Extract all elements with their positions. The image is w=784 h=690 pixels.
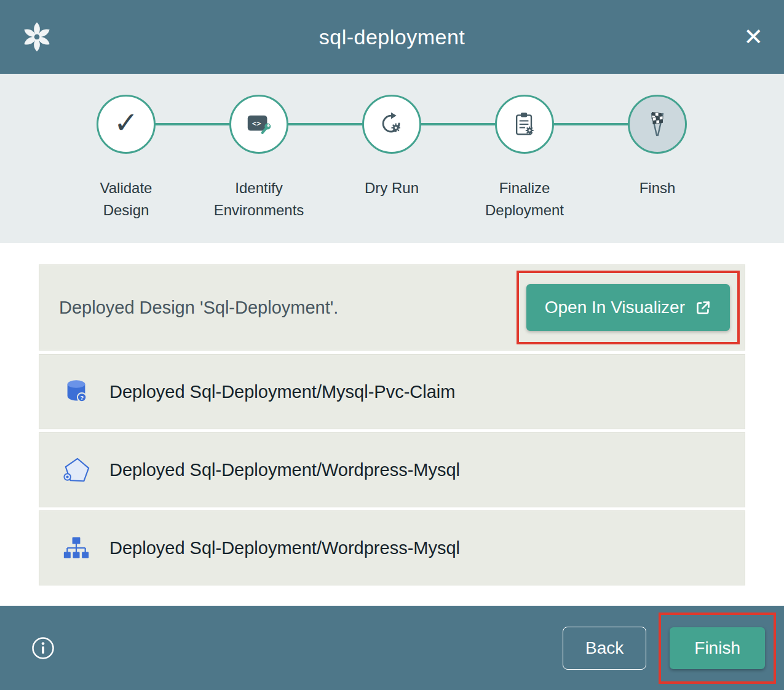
deployment-wizard-modal: sql-deployment ✕ ✓ Validate Design <> <box>0 0 784 690</box>
step-validate-design: ✓ Validate Design <box>60 95 192 221</box>
close-icon[interactable]: ✕ <box>726 25 763 49</box>
step-label: Finalize Deployment <box>475 177 574 221</box>
step-circle-finish <box>628 95 687 154</box>
step-circle-environments: <> <box>229 95 288 154</box>
deployment-row-text: Deployed Sql-Deployment/Mysql-Pvc-Claim <box>109 382 455 402</box>
step-circle-validate: ✓ <box>97 95 156 154</box>
svg-text:?: ? <box>80 394 84 401</box>
page-title: sql-deployment <box>58 25 726 49</box>
pentagon-icon <box>61 455 91 485</box>
deployed-design-text: Deployed Design 'Sql-Deployment'. <box>59 298 338 318</box>
step-label: Dry Run <box>365 177 419 199</box>
deployment-row: Deployed Sql-Deployment/Wordpress-Mysql <box>39 510 745 585</box>
step-identify-environments: <> Identify Environments <box>192 95 325 221</box>
dry-run-icon <box>378 110 406 138</box>
deployment-row-text: Deployed Sql-Deployment/Wordpress-Mysql <box>109 460 460 480</box>
step-label: Finsh <box>639 177 676 199</box>
meshery-logo-icon <box>21 21 53 53</box>
step-dry-run: Dry Run <box>325 95 458 221</box>
summary-row: Deployed Design 'Sql-Deployment'. Open I… <box>39 264 745 351</box>
step-circle-finalize <box>495 95 554 154</box>
step-finish: Finsh <box>591 95 724 221</box>
open-in-visualizer-label: Open In Visualizer <box>545 298 685 317</box>
finish-button[interactable]: Finish <box>670 627 765 669</box>
check-icon: ✓ <box>114 105 138 140</box>
meshery-logo <box>21 21 58 53</box>
finish-flags-icon <box>643 109 672 139</box>
deployment-results: Deployed Design 'Sql-Deployment'. Open I… <box>0 243 784 606</box>
step-label: Identify Environments <box>210 177 308 221</box>
info-icon[interactable] <box>31 636 55 660</box>
hierarchy-icon <box>61 533 91 563</box>
code-environment-icon: <> <box>245 110 273 138</box>
back-button[interactable]: Back <box>563 627 646 670</box>
deployment-row-text: Deployed Sql-Deployment/Wordpress-Mysql <box>109 538 460 558</box>
clipboard-gear-icon <box>511 111 538 138</box>
modal-footer: Back Finish <box>0 606 784 690</box>
deployment-row: Deployed Sql-Deployment/Wordpress-Mysql <box>39 432 745 507</box>
database-icon: ? <box>61 377 91 406</box>
open-in-visualizer-button[interactable]: Open In Visualizer <box>526 284 730 331</box>
step-label: Validate Design <box>77 177 175 221</box>
step-finalize-deployment: Finalize Deployment <box>458 95 591 221</box>
step-circle-dry-run <box>362 95 421 154</box>
visualizer-highlight-box: Open In Visualizer <box>517 271 740 344</box>
finish-highlight-box: Finish <box>659 613 776 684</box>
deployment-row: ? Deployed Sql-Deployment/Mysql-Pvc-Clai… <box>39 354 745 429</box>
wizard-stepper: ✓ Validate Design <> Ide <box>0 74 784 243</box>
svg-text:<>: <> <box>252 119 261 128</box>
external-link-icon <box>695 299 711 316</box>
modal-header: sql-deployment ✕ <box>0 0 784 74</box>
